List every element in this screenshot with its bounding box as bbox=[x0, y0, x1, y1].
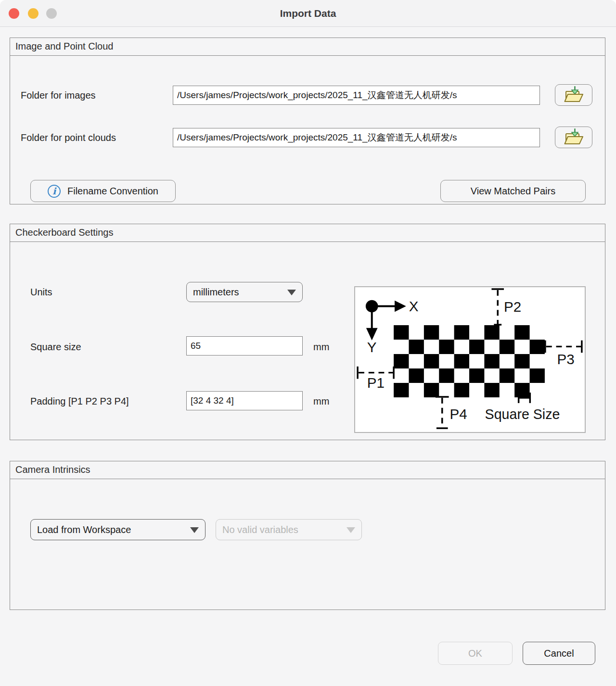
titlebar: Import Data bbox=[0, 0, 616, 27]
chevron-down-icon bbox=[287, 290, 296, 295]
window-title: Import Data bbox=[0, 0, 616, 27]
import-data-dialog: Import Data Image and Point Cloud Folder… bbox=[0, 0, 616, 686]
folder-for-images-input[interactable] bbox=[173, 86, 540, 105]
chevron-down-icon bbox=[190, 527, 199, 533]
checkerboard-diagram-svg: X Y P2 P3 bbox=[355, 287, 585, 432]
intrinsics-variables-selected-value: No valid variables bbox=[222, 524, 298, 535]
square-size-diagram-label: Square Size bbox=[485, 407, 560, 422]
x-axis-label: X bbox=[409, 298, 419, 314]
view-matched-pairs-label: View Matched Pairs bbox=[471, 186, 555, 197]
section-checkerboard-settings: Checkerboard Settings Units millimeters … bbox=[10, 224, 605, 440]
section-camera-intrinsics: Camera Intrinsics Load from Workspace No… bbox=[10, 461, 605, 610]
open-folder-icon bbox=[563, 128, 584, 147]
y-axis-arrow-icon bbox=[366, 328, 378, 341]
checkerboard-board bbox=[394, 325, 545, 397]
folder-for-point-clouds-input[interactable] bbox=[173, 128, 540, 147]
open-folder-icon bbox=[563, 86, 584, 105]
chevron-down-icon bbox=[346, 527, 355, 533]
section-title-image-point-cloud: Image and Point Cloud bbox=[10, 38, 605, 56]
filename-convention-button[interactable]: i Filename Convention bbox=[30, 180, 176, 202]
square-size-unit-label: mm bbox=[313, 342, 329, 353]
fullscreen-button-disabled bbox=[46, 8, 57, 19]
intrinsics-source-dropdown[interactable]: Load from Workspace bbox=[30, 519, 205, 540]
units-dropdown[interactable]: millimeters bbox=[186, 282, 303, 302]
intrinsics-variables-dropdown: No valid variables bbox=[216, 519, 362, 540]
p4-label: P4 bbox=[450, 406, 467, 422]
square-size-label: Square size bbox=[30, 342, 81, 353]
folder-for-images-label: Folder for images bbox=[21, 90, 96, 101]
browse-point-clouds-button[interactable] bbox=[555, 127, 592, 148]
close-button[interactable] bbox=[9, 8, 19, 19]
ok-button[interactable]: OK bbox=[438, 642, 513, 665]
section-title-camera-intrinsics: Camera Intrinsics bbox=[10, 461, 605, 479]
intrinsics-source-selected-value: Load from Workspace bbox=[37, 524, 131, 535]
info-icon: i bbox=[48, 185, 61, 198]
p1-label: P1 bbox=[367, 375, 385, 391]
minimize-button[interactable] bbox=[28, 8, 38, 19]
units-label: Units bbox=[30, 287, 52, 298]
section-image-and-point-cloud: Image and Point Cloud Folder for images … bbox=[10, 38, 605, 204]
section-title-checkerboard-settings: Checkerboard Settings bbox=[10, 224, 605, 242]
filename-convention-label: Filename Convention bbox=[67, 186, 158, 197]
view-matched-pairs-button[interactable]: View Matched Pairs bbox=[440, 180, 586, 202]
p2-label: P2 bbox=[504, 299, 521, 315]
folder-for-point-clouds-label: Folder for point clouds bbox=[21, 132, 116, 143]
square-size-input[interactable] bbox=[186, 336, 303, 356]
padding-unit-label: mm bbox=[313, 396, 329, 407]
p3-label: P3 bbox=[557, 351, 575, 367]
x-axis-arrow-icon bbox=[395, 301, 406, 312]
units-selected-value: millimeters bbox=[193, 287, 239, 298]
browse-images-button[interactable] bbox=[555, 84, 592, 106]
cancel-button[interactable]: Cancel bbox=[523, 642, 595, 665]
padding-label: Padding [P1 P2 P3 P4] bbox=[30, 396, 129, 407]
y-axis-label: Y bbox=[367, 339, 377, 355]
padding-input[interactable] bbox=[186, 391, 303, 410]
checkerboard-diagram: X Y P2 P3 bbox=[354, 286, 586, 433]
